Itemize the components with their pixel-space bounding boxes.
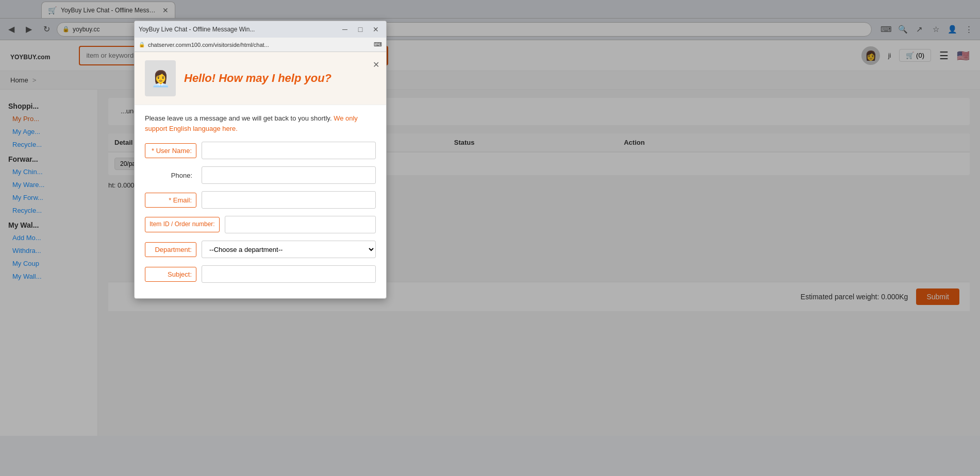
- form-row-email: * Email:: [145, 191, 376, 209]
- username-input[interactable]: [202, 142, 376, 159]
- chat-maximize-btn[interactable]: □: [354, 23, 367, 36]
- form-row-item-id: Item ID / Order number:: [145, 216, 376, 233]
- form-row-username: * User Name:: [145, 142, 376, 159]
- subject-label: Subject:: [145, 267, 196, 282]
- form-row-phone: Phone:: [145, 166, 376, 184]
- chat-window: YoyBuy Live Chat - Offline Message Win..…: [134, 21, 387, 299]
- chat-form-close-btn[interactable]: ✕: [370, 58, 382, 71]
- chat-agent-image: 👩‍💼: [145, 60, 176, 96]
- form-row-department: Department: --Choose a department--: [145, 241, 376, 258]
- item-id-label: Item ID / Order number:: [145, 217, 220, 232]
- chat-window-title: YoyBuy Live Chat - Offline Message Win..…: [139, 26, 339, 33]
- subject-input[interactable]: [202, 265, 376, 283]
- chat-url-text: chatserver.comm100.com/visitorside/html/…: [148, 42, 269, 48]
- email-label: * Email:: [145, 193, 196, 208]
- chat-form-body: Please leave us a message and we will ge…: [135, 105, 386, 298]
- username-label: * User Name:: [145, 143, 196, 158]
- item-id-order-input[interactable]: [225, 216, 376, 233]
- chat-intro-text: Please leave us a message and we will ge…: [145, 113, 376, 133]
- chat-minimize-btn[interactable]: ─: [339, 23, 351, 36]
- email-input[interactable]: [202, 191, 376, 209]
- chat-url-bar: 🔒 chatserver.comm100.com/visitorside/htm…: [135, 38, 386, 52]
- chat-window-titlebar: YoyBuy Live Chat - Offline Message Win..…: [135, 21, 386, 38]
- department-select[interactable]: --Choose a department--: [202, 241, 376, 258]
- chat-greeting-text: Hello! How may I help you?: [184, 72, 331, 85]
- department-label: Department:: [145, 242, 196, 257]
- chat-translate-icon: ⌨: [374, 41, 382, 48]
- chat-close-btn[interactable]: ✕: [370, 23, 382, 36]
- phone-label: Phone:: [145, 168, 196, 182]
- chat-header-section: 👩‍💼 Hello! How may I help you?: [135, 52, 386, 105]
- chat-window-controls: ─ □ ✕: [339, 23, 382, 36]
- chat-lock-icon: 🔒: [139, 42, 145, 47]
- form-row-subject: Subject:: [145, 265, 376, 283]
- phone-input[interactable]: [202, 166, 376, 184]
- chat-intro-plain: Please leave us a message and we will ge…: [145, 114, 332, 122]
